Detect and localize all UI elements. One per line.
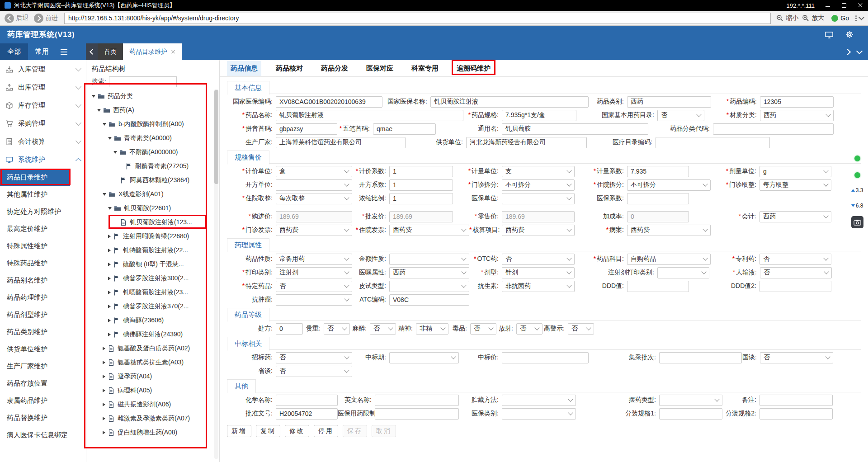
field-select[interactable]: 否 — [568, 323, 594, 335]
expand-arrow-icon[interactable] — [108, 137, 112, 140]
main-tab-active[interactable]: 药品信息 — [227, 61, 261, 76]
form-section-tab[interactable]: 药品等级 — [227, 308, 269, 322]
sidebar-item[interactable]: 其他属性维护 — [0, 186, 86, 203]
field-select[interactable]: 否 — [516, 323, 542, 335]
field-select[interactable]: 否 — [324, 323, 350, 335]
tree-node[interactable]: 避孕药(A04) — [86, 369, 213, 383]
field-select[interactable]: 否 — [370, 323, 396, 335]
field-input[interactable]: 189.69 — [389, 211, 453, 222]
sidebar-item[interactable]: 协定处方对照维护 — [0, 203, 86, 220]
zoom-out-button[interactable]: 缩小 — [776, 14, 798, 22]
field-select[interactable] — [389, 281, 469, 292]
sidebar-item[interactable]: 病人医保卡信息绑定 — [0, 426, 86, 443]
field-select[interactable]: 西药费 — [627, 225, 711, 236]
tree-node[interactable]: 病理科(A05) — [86, 383, 213, 397]
collapse-arrow-icon[interactable] — [108, 305, 111, 308]
field-input[interactable]: 7.935 — [627, 166, 689, 177]
tree-node[interactable]: X线造影剂(A01) — [86, 187, 213, 201]
tree-scrollbar[interactable] — [214, 89, 218, 459]
tree-node[interactable]: 氨基酸及蛋白质类药(A02) — [86, 341, 213, 355]
field-select[interactable]: 西药费 — [276, 225, 352, 236]
field-select[interactable]: 西药 — [760, 211, 831, 222]
tree-node[interactable]: 硫酸钡 (II型) 干混悬... — [86, 257, 213, 271]
collapse-arrow-icon[interactable] — [103, 361, 105, 364]
field-select[interactable]: 针剂 — [502, 267, 575, 278]
field-select[interactable] — [502, 408, 576, 420]
tree-node[interactable]: 磁共振造影剂(A06) — [86, 397, 213, 411]
tree-node[interactable]: b-内酰胺酶抑制剂(A00) — [86, 117, 213, 131]
field-select[interactable]: 支 — [502, 166, 575, 177]
field-select[interactable]: 盒 — [276, 166, 352, 177]
sidebar-item[interactable]: 药品别名维护 — [0, 272, 86, 289]
field-input[interactable]: 西药 — [627, 96, 711, 108]
field-input[interactable]: XV08CAG001B002020100639 — [276, 96, 382, 108]
collapse-arrow-icon[interactable] — [108, 291, 111, 294]
field-select[interactable] — [502, 193, 575, 204]
field-input[interactable]: 钆贝葡胺注射液 — [276, 110, 463, 121]
main-tab-item[interactable]: 医保对应 — [363, 61, 397, 76]
sidebar-item[interactable]: 供货单位维护 — [0, 340, 86, 358]
field-select[interactable]: 不可拆分 — [627, 179, 711, 191]
field-select[interactable]: 西药费 — [502, 225, 575, 236]
tree-node[interactable]: 青霉素类(A0000) — [86, 131, 213, 145]
minimize-button[interactable] — [825, 2, 831, 9]
field-select[interactable]: 常备用药 — [276, 254, 352, 265]
sidebar-item[interactable]: 隶属药品维护 — [0, 392, 86, 409]
tree-node[interactable]: 碘佛醇注射液(24390) — [86, 327, 213, 341]
field-select[interactable] — [276, 179, 352, 191]
tree-node[interactable]: 碘海醇(23606) — [86, 313, 213, 327]
field-select[interactable]: 西药 — [389, 267, 469, 278]
sidebar-item[interactable]: 药品剂型维护 — [0, 306, 86, 323]
field-input[interactable]: 1 — [389, 179, 453, 191]
sidebar-group[interactable]: 出库管理 — [0, 78, 86, 96]
复制-button[interactable]: 复制 — [256, 425, 280, 437]
field-select[interactable]: 非抗菌药 — [502, 281, 575, 292]
field-input[interactable]: 河北龙海新药经营有限公司 — [466, 137, 587, 148]
close-tab-icon[interactable] — [171, 50, 175, 54]
field-select[interactable] — [659, 395, 722, 406]
form-section-tab[interactable]: 药理属性 — [227, 238, 269, 252]
field-input[interactable] — [760, 281, 831, 292]
tree-node[interactable]: 耐酶青霉素(27205) — [86, 159, 213, 173]
field-input[interactable]: 0 — [627, 211, 689, 222]
tree-node[interactable]: 西药(A) — [86, 103, 213, 117]
collapse-arrow-icon[interactable] — [103, 347, 105, 350]
sidebar-item[interactable]: 药品类别维护 — [0, 323, 86, 340]
field-select[interactable]: 自购药品 — [627, 254, 711, 265]
停用-button[interactable]: 停用 — [314, 425, 338, 437]
forward-label[interactable]: 前进 — [45, 14, 58, 22]
field-input[interactable] — [713, 123, 834, 135]
collapse-arrow-icon[interactable] — [108, 319, 111, 322]
field-input[interactable]: 7.935g*1支/盒 — [502, 110, 576, 121]
tab-list-icon[interactable] — [856, 48, 863, 54]
expand-arrow-icon[interactable] — [103, 193, 106, 196]
field-select[interactable] — [389, 352, 459, 363]
tree-node[interactable]: 促白细胞增生药(A08) — [86, 425, 213, 439]
main-tab-item[interactable]: 追溯码维护 — [453, 61, 494, 76]
field-input[interactable]: 189.69 — [502, 211, 575, 222]
sidebar-group[interactable]: 会计核算 — [0, 132, 86, 151]
field-input[interactable] — [375, 395, 459, 406]
back-button[interactable] — [5, 14, 14, 23]
field-input[interactable] — [760, 408, 833, 420]
zoom-in-button[interactable]: 放大 — [802, 14, 824, 22]
sidebar-tab[interactable]: 常用 — [28, 43, 56, 60]
field-select[interactable]: 不可拆分 — [502, 179, 575, 191]
screen-share-icon[interactable] — [825, 31, 833, 38]
expand-arrow-icon[interactable] — [108, 207, 112, 210]
collapse-arrow-icon[interactable] — [103, 403, 105, 406]
tree-node[interactable]: 氨基糖甙类抗生素(A03) — [86, 355, 213, 369]
field-select[interactable] — [389, 254, 469, 265]
tree-scrollbar-thumb[interactable] — [214, 90, 218, 184]
form-section-tab[interactable]: 其他 — [227, 379, 256, 393]
field-input[interactable] — [627, 193, 689, 204]
forward-button[interactable] — [34, 14, 43, 23]
main-tab-item[interactable]: 科室专用 — [408, 61, 442, 76]
field-select[interactable]: 否 — [276, 352, 352, 363]
tree-node[interactable]: 碘普罗胺注射液370(2... — [86, 299, 213, 313]
tree-node[interactable]: 钆喷酸葡胺注射液(23... — [86, 285, 213, 299]
more-menu-icon[interactable] — [855, 15, 857, 21]
field-select[interactable] — [276, 294, 352, 306]
field-input[interactable]: 189.69 — [276, 211, 352, 222]
maximize-button[interactable] — [841, 2, 847, 9]
